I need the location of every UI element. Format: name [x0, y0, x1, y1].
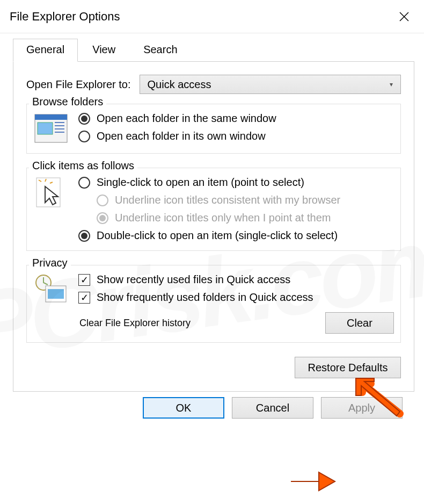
tabs: General View Search: [13, 39, 414, 62]
privacy-history-icon: [33, 273, 69, 306]
check-row-recent-files[interactable]: ✓ Show recently used files in Quick acce…: [78, 273, 394, 286]
svg-rect-1: [35, 114, 67, 120]
label-single-click: Single-click to open an item (point to s…: [97, 176, 304, 189]
radio-double-click[interactable]: [78, 230, 90, 242]
label-recent-files: Show recently used files in Quick access: [97, 273, 290, 286]
radio-row-single-click[interactable]: Single-click to open an item (point to s…: [78, 176, 340, 189]
tab-panel-general: Open File Explorer to: Quick access ▾ Br…: [13, 62, 414, 392]
title-bar: File Explorer Options: [0, 0, 424, 33]
restore-defaults-button[interactable]: Restore Defaults: [295, 357, 401, 378]
label-double-click: Double-click to open an item (single-cli…: [97, 229, 338, 242]
open-to-value: Quick access: [148, 78, 211, 91]
checkbox-recent-files[interactable]: ✓: [78, 274, 90, 286]
tab-general[interactable]: General: [13, 39, 78, 62]
tab-view[interactable]: View: [79, 39, 129, 61]
group-click-items: Click items as follows Single-click to o…: [26, 168, 401, 251]
radio-row-own-window[interactable]: Open each folder in its own window: [78, 130, 276, 142]
checkbox-frequent-folders[interactable]: ✓: [78, 292, 90, 304]
clear-button[interactable]: Clear: [325, 312, 394, 334]
check-row-frequent-folders[interactable]: ✓ Show frequently used folders in Quick …: [78, 291, 394, 304]
radio-row-same-window[interactable]: Open each folder in the same window: [78, 112, 276, 125]
chevron-down-icon: ▾: [390, 81, 393, 88]
label-underline-point: Underline icon titles only when I point …: [115, 212, 331, 224]
svg-rect-2: [38, 123, 53, 134]
window-title: File Explorer Options: [10, 10, 120, 24]
radio-row-underline-point: Underline icon titles only when I point …: [97, 212, 340, 224]
radio-single-click[interactable]: [78, 177, 90, 189]
tab-search[interactable]: Search: [130, 39, 191, 61]
radio-underline-point: [97, 212, 108, 224]
label-same-window: Open each folder in the same window: [97, 112, 276, 125]
group-title-browse: Browse folders: [29, 96, 106, 108]
svg-rect-6: [48, 289, 64, 299]
close-icon: [399, 12, 409, 21]
apply-button[interactable]: Apply: [321, 397, 403, 419]
group-title-privacy: Privacy: [29, 257, 71, 269]
ok-button[interactable]: OK: [143, 397, 224, 419]
group-title-click: Click items as follows: [29, 160, 137, 172]
open-to-label: Open File Explorer to:: [26, 78, 131, 91]
close-button[interactable]: [392, 4, 416, 29]
clear-history-label: Clear File Explorer history: [79, 318, 191, 329]
folder-window-icon: [33, 112, 69, 145]
radio-same-window[interactable]: [78, 113, 90, 125]
label-own-window: Open each folder in its own window: [97, 130, 266, 142]
radio-own-window[interactable]: [78, 131, 90, 142]
arrow-annotation-apply: [289, 468, 337, 495]
radio-row-double-click[interactable]: Double-click to open an item (single-cli…: [78, 229, 340, 242]
label-frequent-folders: Show frequently used folders in Quick ac…: [97, 291, 313, 304]
cursor-click-icon: [33, 176, 69, 208]
dialog-footer: OK Cancel Apply: [13, 392, 414, 419]
group-privacy: Privacy ✓ Show recently used files in Qu…: [26, 265, 401, 343]
cancel-button[interactable]: Cancel: [232, 397, 313, 419]
group-browse-folders: Browse folders Open each folder in the s…: [26, 104, 401, 154]
label-underline-consistent: Underline icon titles consistent with my…: [115, 194, 340, 206]
radio-underline-consistent: [97, 195, 108, 206]
radio-row-underline-consistent: Underline icon titles consistent with my…: [97, 194, 340, 206]
open-to-select[interactable]: Quick access ▾: [140, 75, 401, 94]
